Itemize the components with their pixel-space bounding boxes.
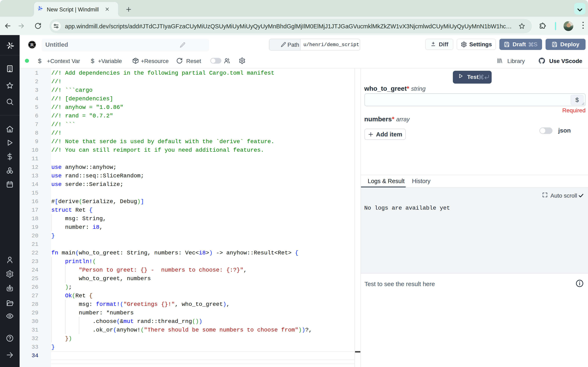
svg-text:R: R bbox=[30, 42, 34, 47]
